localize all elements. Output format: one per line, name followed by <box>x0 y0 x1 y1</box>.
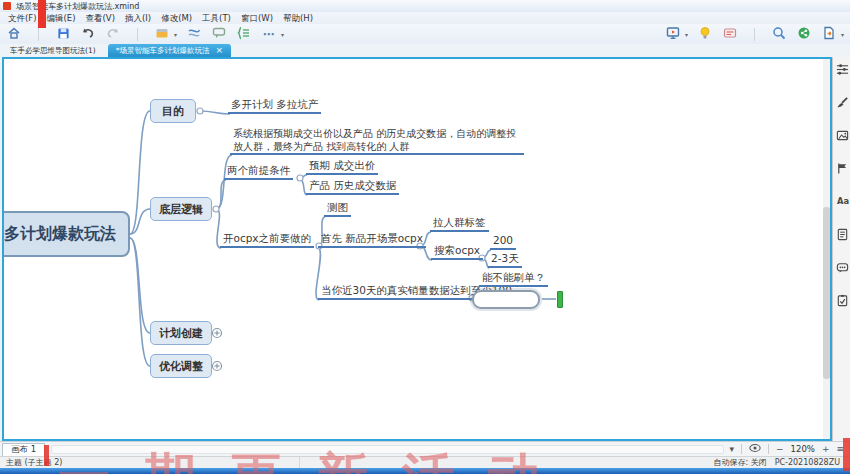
node-days-2-3[interactable]: 2-3天 <box>488 252 522 268</box>
node-first-scene-ocpx[interactable]: 首先 新品开场景ocpx <box>318 232 426 248</box>
menu-file[interactable]: 文件(F) <box>3 12 42 24</box>
redo-icon <box>106 25 120 44</box>
menu-edit[interactable]: 编辑(E) <box>42 12 81 24</box>
horizontal-scrollbar[interactable] <box>51 445 723 454</box>
document-tab-bar: 车手必学思维导图玩法(1) *场景智能车多计划爆款玩法 × <box>0 44 850 57</box>
main-toolbar: ▾ ⋯ ▾ ▾ <box>0 24 850 44</box>
tab-label: 车手必学思维导图玩法(1) <box>10 46 96 56</box>
more-icon: ⋯ <box>263 28 275 41</box>
relationship-button[interactable] <box>186 26 202 42</box>
node-premise-history[interactable]: 产品 历史成交数据 <box>306 179 399 195</box>
callout-icon <box>212 25 226 44</box>
marker-flag-button[interactable] <box>835 162 849 176</box>
menu-insert[interactable]: 插入(I) <box>120 12 156 24</box>
node-brush-order[interactable]: 能不能刷单？ <box>479 271 548 287</box>
right-sidebar: Aa <box>832 57 850 441</box>
edit-drag-handle[interactable] <box>557 291 563 308</box>
zoom-level[interactable]: 120% <box>791 444 815 454</box>
node-test-image[interactable]: 测图 <box>324 201 351 217</box>
undo-button[interactable] <box>80 26 96 42</box>
zoom-menu-icon[interactable]: ≡ <box>836 444 844 454</box>
menu-bar: 文件(F) 编辑(E) 查看(V) 插入(I) 修改(M) 工具(T) 窗口(W… <box>0 12 850 24</box>
save-button[interactable] <box>55 26 71 42</box>
save-icon <box>57 25 70 44</box>
xmind-window: 场景智能车多计划爆款玩法.xmind 文件(F) 编辑(E) 查看(V) 插入(… <box>0 0 850 474</box>
toolbar-separator <box>137 28 138 41</box>
menu-help[interactable]: 帮助(H) <box>278 12 318 24</box>
insert-image-button[interactable] <box>835 129 849 143</box>
brush-icon <box>836 94 849 113</box>
card-icon <box>723 25 737 44</box>
overview-eye-button[interactable] <box>749 443 761 455</box>
central-topic[interactable]: 多计划爆款玩法 <box>2 211 130 257</box>
export-button[interactable] <box>821 26 837 42</box>
vertical-scrollbar[interactable] <box>823 59 830 439</box>
home-button[interactable] <box>6 26 22 42</box>
topic-logic[interactable]: 底层逻辑 <box>150 197 212 221</box>
share-icon <box>797 25 811 44</box>
chevron-down-icon[interactable]: ▾ <box>730 444 735 454</box>
window-title: 场景智能车多计划爆款玩法.xmind <box>16 1 139 12</box>
node-purpose-child[interactable]: 多开计划 多拉坑产 <box>228 98 321 114</box>
comment-button[interactable] <box>835 261 849 275</box>
node-value-200[interactable]: 200 <box>490 234 516 250</box>
search-button[interactable] <box>771 26 787 42</box>
menu-window[interactable]: 窗口(W) <box>236 12 278 24</box>
topic-plan-create[interactable]: 计划创建 <box>150 321 212 345</box>
task-check-icon <box>836 292 849 311</box>
export-icon <box>822 25 836 44</box>
menu-tools[interactable]: 工具(T) <box>197 12 236 24</box>
node-pull-tags[interactable]: 拉人群标签 <box>430 216 489 232</box>
image-icon <box>836 127 849 146</box>
mindmap-canvas[interactable]: 多计划爆款玩法 目的 底层逻辑 计划创建 优化调整 多开计划 多拉坑产 系统根据… <box>2 57 832 441</box>
node-editing-empty[interactable] <box>472 290 540 309</box>
style-brush-button[interactable] <box>835 96 849 110</box>
node-search-ocpx[interactable]: 搜索ocpx <box>431 244 483 260</box>
node-premise-bid[interactable]: 预期 成交出价 <box>306 159 378 175</box>
node-before-ocpx[interactable]: 开ocpx之前要做的 <box>220 232 314 248</box>
tab-inactive-document[interactable]: 车手必学思维导图玩法(1) <box>2 44 104 57</box>
more-caret-icon[interactable]: ▾ <box>281 31 284 38</box>
share-button[interactable] <box>796 26 812 42</box>
outline-button[interactable] <box>236 26 252 42</box>
structure-button[interactable] <box>835 63 849 77</box>
marker-caret-icon[interactable]: ▾ <box>174 31 177 38</box>
more-button[interactable]: ⋯ <box>261 26 277 42</box>
topic-purpose[interactable]: 目的 <box>150 99 196 123</box>
zoom-in-button[interactable]: + <box>822 444 830 454</box>
font-button[interactable]: Aa <box>835 195 849 209</box>
tab-label: *场景智能车多计划爆款玩法 <box>116 46 210 56</box>
taskbar-strip <box>0 468 850 474</box>
task-button[interactable] <box>835 294 849 308</box>
node-logic-description[interactable]: 系统根据预期成交出价以及产品 的历史成交数据，自动的调整投放人群，最终为产品 找… <box>230 127 524 155</box>
presentation-icon <box>666 25 680 44</box>
lightbulb-icon <box>698 25 712 44</box>
idea-button[interactable] <box>697 26 713 42</box>
mindmap: 多计划爆款玩法 目的 底层逻辑 计划创建 优化调整 多开计划 多拉坑产 系统根据… <box>4 59 830 439</box>
topic-optimize[interactable]: 优化调整 <box>150 354 212 378</box>
outline-icon <box>237 25 251 44</box>
notes-icon <box>836 226 849 245</box>
redo-button[interactable] <box>105 26 121 42</box>
vertical-scrollbar-thumb[interactable] <box>823 207 830 379</box>
menu-view[interactable]: 查看(V) <box>81 12 120 24</box>
selection-status: 主题 (子主题 2) <box>0 457 300 469</box>
marker-button[interactable] <box>154 26 170 42</box>
relationship-icon <box>187 25 201 44</box>
zoom-controls: ▾ − 120% + ≡ <box>730 443 850 455</box>
search-icon <box>772 25 786 44</box>
card-button[interactable] <box>722 26 738 42</box>
node-premise[interactable]: 两个前提条件 <box>224 164 293 180</box>
notes-button[interactable] <box>835 228 849 242</box>
menu-modify[interactable]: 修改(M) <box>156 12 197 24</box>
export-caret-icon[interactable]: ▾ <box>841 31 844 38</box>
presentation-button[interactable] <box>665 26 681 42</box>
sheet-tab-canvas1[interactable]: 画布 1 <box>2 443 45 456</box>
bottom-bar: 画布 1 ▾ − 120% + ≡ <box>0 441 850 456</box>
callout-button[interactable] <box>211 26 227 42</box>
toolbar-separator <box>754 28 755 41</box>
close-icon[interactable]: × <box>215 46 223 55</box>
zoom-out-button[interactable]: − <box>776 444 784 454</box>
presentation-caret-icon[interactable]: ▾ <box>685 31 688 38</box>
tab-active-document[interactable]: *场景智能车多计划爆款玩法 × <box>108 44 231 57</box>
